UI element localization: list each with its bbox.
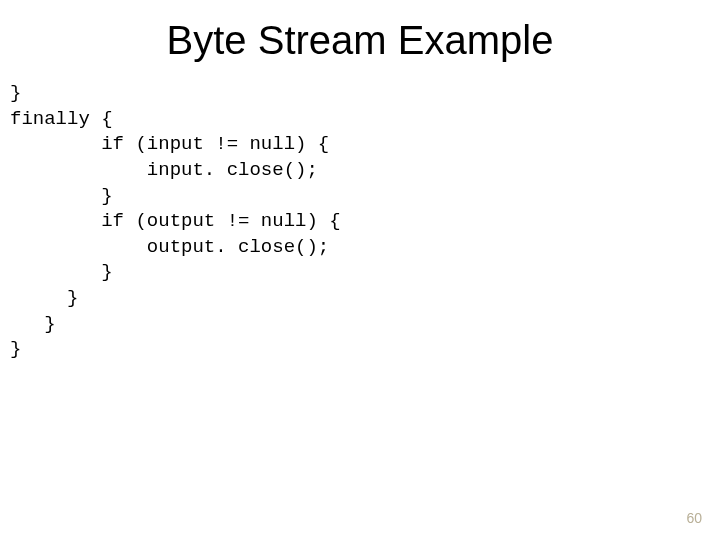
- slide-title: Byte Stream Example: [0, 0, 720, 63]
- code-block: } finally { if (input != null) { input. …: [0, 63, 720, 363]
- page-number: 60: [686, 510, 702, 526]
- slide: Byte Stream Example } finally { if (inpu…: [0, 0, 720, 540]
